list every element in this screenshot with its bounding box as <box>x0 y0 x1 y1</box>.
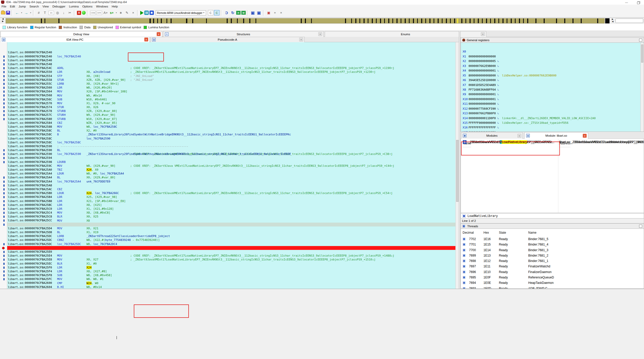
listing-line[interactable]: libart.so:00000076CFBA25BC MOV X0, X25 <box>0 195 455 199</box>
line-marker[interactable] <box>3 208 5 210</box>
listing-line[interactable]: libart.so:00000076CFBA2598 TBZ W8, #0, l… <box>0 152 455 156</box>
close-icon[interactable]: × <box>318 32 322 36</box>
module-list-icon[interactable]: ▣ <box>256 10 262 15</box>
listing-line[interactable]: libart.so:00000076CFBA2590 loc_76CFBA259… <box>0 141 455 144</box>
register-row[interactable]: X3 0000000000000001 ↳ <box>461 59 638 64</box>
line-marker[interactable] <box>3 274 5 276</box>
navband-strip[interactable] <box>6 18 605 23</box>
menu-item[interactable]: Search <box>29 5 39 8</box>
listing-line[interactable]: libart.so:00000076CFBA2604 BL unk_76CFDD… <box>0 277 455 281</box>
register-row[interactable]: X14 FFFFFF0000000000 ↳ <box>461 111 638 116</box>
maximize-icon[interactable] <box>639 39 642 42</box>
tab-module-libart[interactable]: ▤ Module: libart.so × <box>524 132 588 139</box>
line-marker[interactable] <box>3 91 5 93</box>
listing-line[interactable]: libart.so:00000076CFBA257C CBZ W8, loc_7… <box>0 105 455 109</box>
listing-line[interactable]: libart.so:00000076CFBA25A4 loc_76CFBA25A… <box>0 168 455 172</box>
listing-line[interactable]: libart.so:00000076CFBA2548 LDR X8, [X8] … <box>0 55 455 58</box>
open-file-icon[interactable] <box>1 11 5 14</box>
listing-line[interactable]: libart.so:00000076CFBA25F4 MOV W24, W0 <box>0 262 455 266</box>
threads-list[interactable]: Decimal Hex State Name ▣ 7702 1E16 Ready… <box>461 229 644 289</box>
clear-search-icon[interactable] <box>462 214 465 217</box>
register-row[interactable]: X11 00000077560CF390 ↳ linker64:__dl__ZN… <box>461 97 638 102</box>
listing-line[interactable]: libart.so:00000076CFBA2550 STUR X8, [X29… <box>0 62 455 66</box>
line-marker[interactable] <box>3 255 5 257</box>
listing-line[interactable]: libart.so:00000076CFBA25FC B.HI loc_76CF… <box>0 269 455 273</box>
jump-down-icon[interactable]: ↓ <box>61 10 66 15</box>
breakpoint-list-icon[interactable]: ▣ <box>266 10 271 15</box>
line-marker[interactable] <box>3 177 5 179</box>
debugger-select[interactable]: Remote ARM Linux/Android debugger ▼ <box>156 10 206 15</box>
line-marker[interactable] <box>3 270 5 273</box>
line-marker[interactable] <box>3 110 5 112</box>
listing-line[interactable]: libart.so:00000076CFBA2574 STURH W10, [X… <box>0 98 455 101</box>
listing-line[interactable]: libart.so:00000076CFBA25AC LDR X21, [SP,… <box>0 180 455 183</box>
scrollbar-thumb[interactable] <box>456 140 458 202</box>
register-row[interactable]: X13 000000000011D0F0 ↳ <box>461 107 638 111</box>
listing-line[interactable]: libart.so:00000076CFBA25A4 <box>0 164 455 168</box>
line-marker[interactable] <box>3 161 5 163</box>
run-until-call-icon[interactable]: C <box>214 10 219 15</box>
register-row[interactable]: X8 0000000000000001 ↳ <box>461 83 638 87</box>
save-icon[interactable] <box>6 11 10 15</box>
register-row[interactable]: X15 FFFFFFFFFFFFFFFF ↳ <box>461 116 638 121</box>
listing-line[interactable]: libart.so:00000076CFBA258C loc_76CFBA258… <box>0 129 455 133</box>
line-marker[interactable] <box>3 224 5 226</box>
create-code-icon[interactable]: CODE <box>90 11 96 15</box>
close-icon[interactable]: × <box>144 38 148 41</box>
tab-modules[interactable]: ▣ Modules × <box>461 132 523 139</box>
listing-line[interactable]: libart.so:00000076CFBA25A0 BL unk_76CFDD… <box>0 160 455 164</box>
debugger-window-icon[interactable]: ▣ <box>250 10 255 15</box>
tab-enums[interactable]: Enums × <box>325 31 486 37</box>
listing-line[interactable]: libart.so:00000076CFBA25B0 LDR X8, [X25] <box>0 183 455 187</box>
listing-line[interactable]: libart.so:00000076CFBA25A8 LDUR X25, [X2… <box>0 176 455 179</box>
thread-row[interactable]: ▣ 7702 1E16 Ready Binder:7681_5 <box>461 237 644 242</box>
close-icon[interactable]: × <box>157 32 161 36</box>
register-row[interactable]: X9 0000000000000001 ↳ <box>461 87 638 92</box>
listing-line[interactable]: libart.so:00000076CFBA25E8 LDR X8, [X27,… <box>0 250 455 254</box>
listing-line[interactable]: libart.so:00000076CFBA25C0 BLR X8 <box>0 199 455 203</box>
create-string-icon[interactable]: A+ <box>103 10 108 15</box>
listing-line[interactable]: libart.so:00000076CFBA25E0 MOV X1, #0 <box>0 242 455 246</box>
listing-line[interactable]: libart.so:00000076CFBA25E4 BLR X24 <box>0 246 455 250</box>
column-header-state[interactable]: State <box>499 231 506 236</box>
listing-line[interactable]: libart.so:00000076CFBA25DC <box>0 226 455 230</box>
menu-item[interactable]: File <box>2 5 6 8</box>
line-marker[interactable] <box>3 196 5 198</box>
listing-line[interactable]: libart.so:00000076CFBA2564 SUB X1, X29, … <box>0 82 455 86</box>
disassembly-listing[interactable]: libart.so:00000076CFBA2540 loc_76CFBA254… <box>0 42 459 289</box>
register-row[interactable]: X5 394A5E525D1D0000 ↳ <box>461 68 638 73</box>
listing-line[interactable]: libart.so:00000076CFBA25F0 SUB W8, W8, #… <box>0 258 455 261</box>
jump-address-icon[interactable]: # <box>36 10 41 15</box>
thread-row[interactable]: ▣ 7693 1E0D Ready ADB-JDWP C <box>461 286 644 289</box>
listing-line[interactable]: libart.so:00000076CFBA2570 STURB W9, [X2… <box>0 93 455 97</box>
registers-pane[interactable]: X0 0000000000000000 ↳ X1 000000000000000… <box>461 43 644 132</box>
registers-scrollbar[interactable] <box>640 43 644 132</box>
column-header-hex[interactable]: Hex <box>483 231 489 236</box>
line-marker[interactable] <box>3 94 5 97</box>
register-row[interactable]: X1 0000000000000005 ↳ <box>461 49 638 54</box>
line-marker[interactable] <box>3 83 5 85</box>
line-marker[interactable] <box>3 63 5 65</box>
run-until-return-icon[interactable]: H <box>236 11 241 15</box>
line-marker[interactable] <box>3 153 5 155</box>
line-marker[interactable] <box>3 67 5 69</box>
add-watch-icon[interactable]: + <box>272 10 278 15</box>
listing-line[interactable]: libart.so:00000076CFBA2588 B loc_76CFBA2… <box>0 117 455 121</box>
thread-row[interactable]: ▣ 7695 1E0F Ready ReferenceQueueD <box>461 275 644 280</box>
listing-line[interactable]: libart.so:00000076CFBA25F8 CMP W8, #0x14 <box>0 266 455 269</box>
line-marker[interactable] <box>3 59 5 62</box>
close-icon[interactable]: × <box>299 38 303 41</box>
jump-binary-icon[interactable]: 101 <box>48 11 54 15</box>
delete-watch-icon[interactable]: × <box>278 10 284 15</box>
register-row[interactable]: X0 0000000000000000 ↳ <box>461 45 638 49</box>
register-row[interactable]: X12 0000007662FB80F0 ↳ libDexHelper.so:_… <box>461 102 638 106</box>
line-marker[interactable] <box>3 251 5 253</box>
menu-item[interactable]: Help <box>112 5 118 8</box>
listing-line[interactable]: libart.so:00000076CFBA2608 <box>0 281 455 285</box>
menu-item[interactable]: Lumina <box>69 5 79 8</box>
register-row[interactable]: X16 0000000000000030 ↳ <box>461 121 638 125</box>
line-marker[interactable] <box>3 149 5 151</box>
line-marker[interactable] <box>3 157 5 159</box>
forward-icon[interactable]: → <box>23 10 29 15</box>
listing-line[interactable]: libart.so:00000076CFBA2590 <box>0 137 455 141</box>
